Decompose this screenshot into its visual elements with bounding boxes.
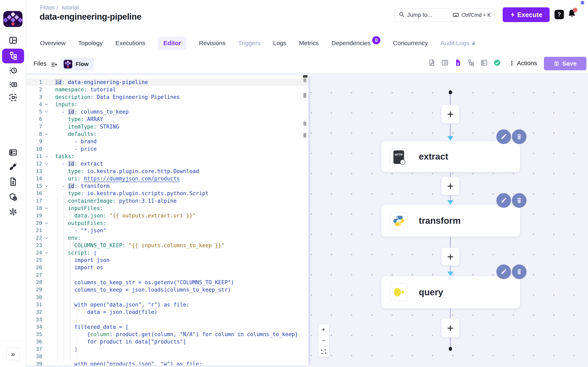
code-line: 10 - price xyxy=(26,145,308,153)
sidebar-item-blueprints[interactable] xyxy=(0,148,26,158)
sidebar-item-logs[interactable] xyxy=(0,80,26,90)
code-line: 19 data.json: "{{ outputs.extract.uri }}… xyxy=(26,212,308,219)
tab-revisions[interactable]: Revisions xyxy=(199,40,226,47)
tab-overview[interactable]: Overview xyxy=(40,40,65,47)
fold-chevron-icon[interactable] xyxy=(42,101,51,108)
sidebar-item-docs[interactable] xyxy=(0,177,26,187)
code-text: import os xyxy=(51,264,103,271)
tab-topology[interactable]: Topology xyxy=(78,40,103,47)
kestra-logo[interactable] xyxy=(3,11,23,27)
tab-metrics[interactable]: Metrics xyxy=(299,40,319,47)
edge-line xyxy=(450,237,451,248)
duckdb-icon xyxy=(392,286,405,299)
pencil-icon xyxy=(500,197,507,204)
delete-task-button[interactable] xyxy=(512,193,527,208)
line-number: 8 xyxy=(26,130,42,138)
notifications-button[interactable] xyxy=(567,8,577,19)
topology-graph[interactable]: + + + + HTTP↓extracttransformquery xyxy=(310,75,588,367)
tab-logs[interactable]: Logs xyxy=(273,40,286,47)
code-line: 28 columns_to_keep_str = os.getenv("COLU… xyxy=(26,279,308,286)
fold-chevron-icon[interactable] xyxy=(42,160,51,167)
fold-chevron-icon[interactable] xyxy=(42,130,51,138)
task-node-query[interactable]: query xyxy=(381,276,520,308)
fullscreen-button[interactable] xyxy=(318,346,329,357)
fold-gutter xyxy=(42,346,51,353)
code-line: 4inputs: xyxy=(26,101,308,108)
question-icon: ? xyxy=(557,11,561,18)
edit-task-button[interactable] xyxy=(496,129,511,144)
sidebar-item-settings[interactable] xyxy=(0,207,26,218)
edit-task-button[interactable] xyxy=(496,193,511,208)
code-text: defaults: xyxy=(51,130,97,138)
tab-triggers[interactable]: Triggers xyxy=(238,40,260,47)
sidebar-item-security[interactable] xyxy=(0,192,26,203)
edge-arrow-icon xyxy=(447,136,453,141)
fold-chevron-icon[interactable] xyxy=(42,205,51,212)
fold-chevron-icon[interactable] xyxy=(42,182,51,190)
code-line: 21 - "*.json" xyxy=(26,227,308,234)
save-button[interactable]: Save xyxy=(544,57,586,70)
code-line: 12 - id: extract xyxy=(26,160,308,167)
delete-task-button[interactable] xyxy=(512,129,527,144)
kebab-icon xyxy=(509,60,515,66)
logs-icon xyxy=(8,80,18,90)
doc-panel-icon[interactable] xyxy=(441,59,449,67)
flow-file-tab[interactable]: Flow xyxy=(61,58,94,71)
file-edit-icon[interactable] xyxy=(428,59,436,67)
line-number: 16 xyxy=(26,190,42,197)
files-panel-toggle[interactable] xyxy=(50,61,57,69)
sidebar-item-namespaces[interactable] xyxy=(0,92,26,103)
tab-concurrency[interactable]: Concurrency xyxy=(393,40,428,47)
add-task-button[interactable]: + xyxy=(441,105,459,123)
execute-button[interactable]: Execute xyxy=(503,7,550,22)
task-node-extract[interactable]: HTTP↓extract xyxy=(381,141,520,172)
editor-scrollbar-thumb[interactable] xyxy=(303,75,307,78)
task-node-transform[interactable]: transform xyxy=(381,205,520,237)
sidebar-item-dashboard[interactable] xyxy=(0,35,26,46)
file-doc-icon[interactable] xyxy=(454,59,462,67)
line-number: 22 xyxy=(26,234,42,242)
code-text: - id: columns_to_keep xyxy=(51,108,129,116)
fold-chevron-icon[interactable] xyxy=(42,219,51,227)
tab-executions[interactable]: Executions xyxy=(115,40,145,47)
yaml-code-editor[interactable]: 1id: data-engineering-pipeline2namespace… xyxy=(26,75,308,365)
fold-chevron-icon[interactable] xyxy=(42,108,51,116)
add-task-button[interactable]: + xyxy=(441,177,459,195)
check-circle-icon[interactable] xyxy=(493,59,501,67)
zoom-in-button[interactable]: + xyxy=(318,324,329,335)
sidebar-item-executions[interactable] xyxy=(0,66,26,76)
tab-editor[interactable]: Editor xyxy=(158,36,186,50)
code-line: 13 type: io.kestra.plugin.core.http.Down… xyxy=(26,167,308,175)
sidebar-item-plugins[interactable] xyxy=(0,162,26,173)
actions-button[interactable]: Actions xyxy=(509,60,537,67)
delete-task-button[interactable] xyxy=(512,264,527,279)
task-label: extract xyxy=(419,141,448,172)
breadcrumb[interactable]: Flows/ tutorial xyxy=(40,5,81,11)
help-button[interactable]: ? xyxy=(555,10,564,19)
edge-line xyxy=(450,123,451,136)
fold-gutter xyxy=(42,212,51,219)
zoom-out-button[interactable]: − xyxy=(318,335,329,346)
pencil-icon xyxy=(500,268,507,275)
code-text: description: Data Engineering Pipelines xyxy=(51,93,180,101)
search-input[interactable]: Jump to... Ctrl/Cmd + K xyxy=(395,8,495,22)
tab-dependencies[interactable]: Dependencies0 xyxy=(331,39,380,47)
code-line: 32 data = json.load(file) xyxy=(26,308,308,316)
tree-icon[interactable] xyxy=(467,59,475,67)
fold-chevron-icon[interactable] xyxy=(42,153,51,160)
pane-divider[interactable] xyxy=(308,76,310,365)
edit-task-button[interactable] xyxy=(496,264,511,279)
code-line: 3description: Data Engineering Pipelines xyxy=(26,93,308,101)
breadcrumb-namespace[interactable]: tutorial xyxy=(62,5,79,11)
sidebar-item-flows[interactable] xyxy=(2,49,24,63)
breadcrumb-flows[interactable]: Flows xyxy=(40,5,55,11)
uri-link[interactable]: https://dummyjson.com/products xyxy=(84,175,180,182)
tab-audit-logs[interactable]: Audit Logs xyxy=(440,40,476,47)
fold-chevron-icon[interactable] xyxy=(42,249,51,257)
add-task-button[interactable]: + xyxy=(441,248,459,266)
form-icon[interactable] xyxy=(480,59,488,67)
code-text xyxy=(51,294,55,301)
sidebar-collapse-button[interactable]: » xyxy=(6,347,20,360)
fold-chevron-icon[interactable] xyxy=(42,234,51,242)
add-task-button[interactable]: + xyxy=(441,318,459,338)
